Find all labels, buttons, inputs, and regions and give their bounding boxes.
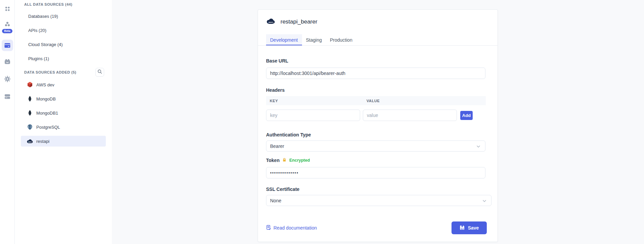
auth-type-label: Authentication Type: [266, 132, 489, 138]
page-title: restapi_bearer: [281, 18, 317, 25]
mongodb-icon: [27, 110, 33, 116]
tab-staging[interactable]: Staging: [302, 34, 326, 45]
beta-badge: Beta: [2, 29, 12, 33]
ssl-certificate-value: None: [270, 198, 281, 203]
datasources-sidebar: ALL DATA SOURCES (44) Databases (19) API…: [15, 0, 112, 244]
sidebar-item-plugins[interactable]: Plugins (1): [21, 53, 106, 64]
search-datasources-button[interactable]: [95, 68, 104, 77]
chevron-down-icon: [482, 198, 486, 203]
read-documentation-label: Read documentation: [273, 225, 317, 231]
rest-cloud-icon: {REST}: [27, 138, 33, 145]
apps-grid-icon[interactable]: [3, 5, 11, 13]
svg-text:{REST}: {REST}: [28, 141, 32, 143]
auth-type-value: Bearer: [270, 144, 284, 149]
all-data-sources-header: ALL DATA SOURCES (44): [15, 2, 112, 7]
workspace-cluster-icon[interactable]: [3, 20, 11, 28]
tab-production[interactable]: Production: [326, 34, 356, 45]
datasource-item-label: MongoDB1: [36, 111, 58, 116]
datasource-item-restapi[interactable]: {REST} restapi: [21, 136, 106, 147]
save-button[interactable]: Save: [452, 221, 487, 234]
settings-gear-icon[interactable]: [3, 75, 11, 83]
add-header-button[interactable]: Add: [460, 111, 473, 120]
app-icon-rail: Beta: [0, 0, 15, 244]
svg-text:{REST}: {REST}: [268, 22, 273, 23]
server-storage-icon[interactable]: [3, 92, 11, 100]
key-column-header: KEY: [266, 99, 363, 103]
datasource-item-mongodb1[interactable]: MongoDB1: [21, 108, 106, 118]
read-documentation-link[interactable]: Read documentation: [266, 225, 317, 231]
header-key-input[interactable]: [266, 110, 360, 121]
value-column-header: VALUE: [363, 99, 380, 103]
main-panel: {REST} restapi_bearer Development Stagin…: [112, 0, 644, 244]
datasource-item-label: MongoDB: [36, 96, 56, 101]
tab-development[interactable]: Development: [266, 34, 302, 45]
header-value-input[interactable]: [363, 110, 457, 121]
datasource-config-card: {REST} restapi_bearer Development Stagin…: [258, 9, 498, 242]
lock-icon: [282, 158, 287, 163]
data-sources-added-header: DATA SOURCES ADDED (5): [24, 70, 76, 75]
postgresql-icon: [27, 124, 33, 130]
datasources-nav-icon[interactable]: [2, 40, 13, 51]
token-label: Token: [266, 158, 280, 163]
datasource-item-postgresql[interactable]: PostgreSQL: [21, 122, 106, 132]
ssl-certificate-select[interactable]: None: [266, 195, 491, 206]
datasource-item-label: PostgreSQL: [36, 125, 60, 130]
headers-label: Headers: [266, 87, 489, 93]
documentation-icon: [266, 225, 271, 231]
mongodb-icon: [27, 95, 33, 102]
save-button-label: Save: [468, 225, 479, 231]
datasource-item-label: restapi: [36, 139, 49, 144]
save-floppy-icon: [460, 225, 465, 231]
datasource-item-label: AWS dev: [36, 82, 54, 87]
sidebar-item-apis[interactable]: APIs (20): [21, 25, 106, 36]
sidebar-item-cloud-storage[interactable]: Cloud Storage (4): [21, 39, 106, 50]
base-url-label: Base URL: [266, 58, 489, 64]
ssl-certificate-label: SSL Certificate: [266, 186, 489, 192]
datasource-item-mongodb[interactable]: MongoDB: [21, 93, 106, 104]
encrypted-badge: Encrypted: [289, 158, 310, 163]
token-input[interactable]: [266, 167, 485, 178]
headers-table-header: KEY VALUE: [266, 96, 486, 105]
search-icon: [97, 69, 102, 75]
base-url-input[interactable]: [266, 68, 485, 79]
datasource-item-aws-dev[interactable]: AWS dev: [21, 79, 106, 90]
rest-cloud-icon: {REST}: [266, 18, 275, 26]
robot-assistant-icon[interactable]: [3, 57, 11, 66]
chevron-down-icon: [476, 144, 480, 149]
sidebar-item-databases[interactable]: Databases (19): [21, 11, 106, 22]
auth-type-select[interactable]: Bearer: [266, 140, 485, 152]
aws-icon: [27, 81, 33, 88]
environment-tabs: Development Staging Production: [258, 34, 498, 46]
